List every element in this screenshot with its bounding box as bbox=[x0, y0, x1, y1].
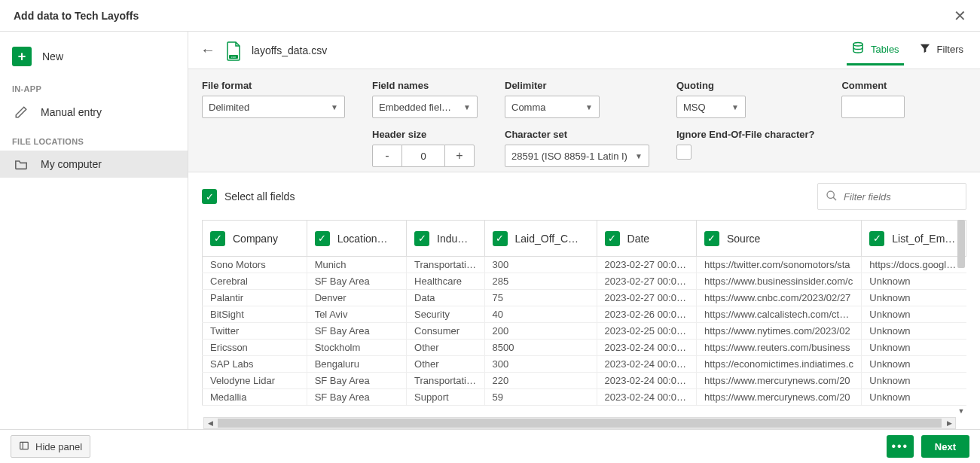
tab-tables[interactable]: Tables bbox=[847, 35, 904, 65]
table-cell: https://www.reuters.com/business bbox=[696, 340, 861, 356]
field-names-label: Field names bbox=[372, 80, 478, 91]
table-row: PalantirDenverData752023-02-27 00:00:00h… bbox=[203, 290, 966, 306]
table-row: SAP LabsBengaluruOther3002023-02-24 00:0… bbox=[203, 356, 966, 373]
table-cell: Transportation bbox=[407, 257, 484, 273]
tab-label: Filters bbox=[937, 44, 963, 55]
table-row: BitSightTel AvivSecurity402023-02-26 00:… bbox=[203, 306, 966, 323]
filter-fields-input[interactable] bbox=[817, 183, 966, 210]
table-cell: Tel Aviv bbox=[307, 306, 406, 323]
delimiter-value: Comma bbox=[511, 102, 546, 113]
scroll-left-arrow-icon[interactable]: ◀ bbox=[204, 418, 216, 428]
table-cell: Unknown bbox=[862, 389, 966, 406]
table-cell: https://twitter.com/sonomotors/sta bbox=[696, 257, 861, 273]
table-cell: Unknown bbox=[862, 373, 966, 389]
table-cell: 285 bbox=[484, 273, 597, 290]
table-cell: https://docs.google.c bbox=[862, 257, 966, 273]
delimiter-select[interactable]: Comma ▼ bbox=[505, 96, 600, 118]
horizontal-scrollbar[interactable]: ◀ ▶ bbox=[203, 417, 956, 429]
table-cell: Sono Motors bbox=[203, 257, 307, 273]
table-cell: 2023-02-25 00:00:00 bbox=[597, 323, 696, 340]
page-title: Add data to Tech Layoffs bbox=[14, 10, 139, 22]
sidebar-item-label: My computer bbox=[41, 158, 102, 170]
eof-checkbox[interactable] bbox=[676, 145, 691, 160]
select-all-fields[interactable]: ✓ Select all fields bbox=[202, 189, 295, 204]
column-header[interactable]: ✓Laid_Off_C… bbox=[484, 221, 597, 257]
panel-collapse-icon bbox=[19, 440, 29, 453]
table-cell: SAP Labs bbox=[203, 356, 307, 373]
database-icon bbox=[851, 41, 865, 57]
search-icon bbox=[826, 190, 838, 204]
quoting-select[interactable]: MSQ ▼ bbox=[676, 96, 746, 118]
column-header[interactable]: ✓Company bbox=[203, 221, 307, 257]
eof-label: Ignore End-Of-File character? bbox=[676, 129, 814, 140]
horizontal-scroll-thumb[interactable] bbox=[218, 419, 942, 428]
table-row: EricssonStockholmOther85002023-02-24 00:… bbox=[203, 340, 966, 356]
back-arrow-icon[interactable]: ← bbox=[200, 41, 215, 59]
table-row: TwitterSF Bay AreaConsumer2002023-02-25 … bbox=[203, 323, 966, 340]
new-button[interactable]: + New bbox=[0, 39, 188, 74]
stepper-increment[interactable]: + bbox=[444, 145, 475, 167]
svg-text:csv: csv bbox=[231, 55, 236, 59]
filename-label: layoffs_data.csv bbox=[252, 44, 327, 56]
checkbox-checked-icon: ✓ bbox=[210, 231, 225, 246]
stepper-decrement[interactable]: - bbox=[372, 145, 402, 167]
header-size-stepper[interactable]: - 0 + bbox=[372, 145, 478, 167]
table-cell: BitSight bbox=[203, 306, 307, 323]
checkbox-checked-icon: ✓ bbox=[869, 231, 884, 246]
scroll-down-arrow-icon[interactable]: ▼ bbox=[957, 407, 965, 416]
table-cell: 2023-02-24 00:00:00 bbox=[597, 389, 696, 406]
table-cell: Palantir bbox=[203, 290, 307, 306]
column-header[interactable]: ✓List_of_Employ bbox=[862, 221, 966, 257]
table-cell: SF Bay Area bbox=[307, 389, 406, 406]
column-header[interactable]: ✓Location… bbox=[307, 221, 406, 257]
column-label: Company bbox=[233, 233, 278, 245]
table-cell: 2023-02-27 00:00:00 bbox=[597, 257, 696, 273]
hide-panel-button[interactable]: Hide panel bbox=[11, 435, 90, 458]
sidebar-item-label: Manual entry bbox=[41, 106, 102, 118]
table-cell: 2023-02-26 00:00:00 bbox=[597, 306, 696, 323]
comment-input[interactable] bbox=[841, 96, 905, 118]
charset-value: 28591 (ISO 8859-1 Latin I) bbox=[511, 151, 627, 162]
chevron-down-icon: ▼ bbox=[331, 103, 338, 111]
table-cell: Velodyne Lidar bbox=[203, 373, 307, 389]
more-options-button[interactable]: ••• bbox=[887, 435, 914, 458]
field-names-select[interactable]: Embedded fiel… ▼ bbox=[372, 96, 478, 118]
column-header[interactable]: ✓Date bbox=[597, 221, 696, 257]
table-cell: Unknown bbox=[862, 273, 966, 290]
table-row: MedalliaSF Bay AreaSupport592023-02-24 0… bbox=[203, 389, 966, 406]
vertical-scrollbar[interactable] bbox=[957, 220, 965, 268]
quoting-value: MSQ bbox=[683, 102, 706, 113]
charset-select[interactable]: 28591 (ISO 8859-1 Latin I) ▼ bbox=[505, 145, 649, 167]
table-cell: SF Bay Area bbox=[307, 323, 406, 340]
sidebar-item-my-computer[interactable]: My computer bbox=[0, 151, 188, 178]
tab-filters[interactable]: Filters bbox=[914, 36, 968, 64]
hide-panel-label: Hide panel bbox=[35, 441, 82, 452]
scroll-right-arrow-icon[interactable]: ▶ bbox=[943, 418, 955, 428]
table-cell: 2023-02-27 00:00:00 bbox=[597, 290, 696, 306]
table-cell: Unknown bbox=[862, 323, 966, 340]
table-cell: Cerebral bbox=[203, 273, 307, 290]
table-cell: Unknown bbox=[862, 340, 966, 356]
stepper-value: 0 bbox=[402, 145, 444, 167]
table-cell: Support bbox=[407, 389, 484, 406]
column-header[interactable]: ✓Source bbox=[696, 221, 861, 257]
table-cell: Transportation bbox=[407, 373, 484, 389]
file-format-label: File format bbox=[202, 80, 345, 91]
table-cell: Consumer bbox=[407, 323, 484, 340]
file-format-select[interactable]: Delimited ▼ bbox=[202, 96, 345, 118]
next-button[interactable]: Next bbox=[921, 435, 969, 458]
table-cell: https://www.cnbc.com/2023/02/27 bbox=[696, 290, 861, 306]
column-header[interactable]: ✓Indu… bbox=[407, 221, 484, 257]
delimiter-label: Delimiter bbox=[505, 80, 649, 91]
table-cell: https://www.mercurynews.com/20 bbox=[696, 389, 861, 406]
close-icon[interactable]: ✕ bbox=[954, 7, 966, 25]
svg-point-3 bbox=[827, 191, 834, 198]
filter-input[interactable] bbox=[844, 191, 971, 203]
sidebar-item-manual-entry[interactable]: Manual entry bbox=[0, 98, 188, 126]
table-cell: Ericsson bbox=[203, 340, 307, 356]
file-csv-icon: csv bbox=[226, 41, 241, 59]
file-format-value: Delimited bbox=[209, 102, 249, 113]
checkbox-checked-icon: ✓ bbox=[704, 231, 719, 246]
table-cell: https://www.mercurynews.com/20 bbox=[696, 373, 861, 389]
select-all-label: Select all fields bbox=[224, 190, 295, 203]
